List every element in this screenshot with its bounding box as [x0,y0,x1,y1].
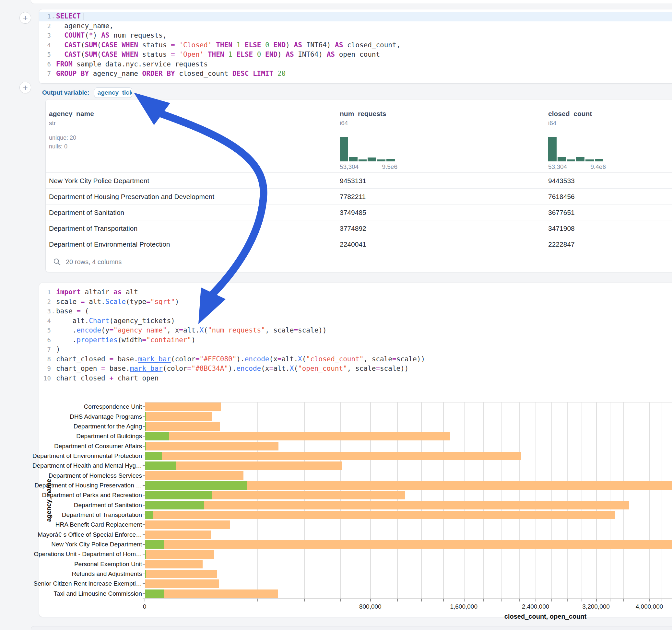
table-cell: 9453131 [340,173,366,189]
table-row-count: 20 rows, 4 columns [66,258,122,266]
code-line[interactable]: 4 alt.Chart(agency_tickets) [39,316,672,326]
code-line[interactable]: 6 .properties(width="container") [39,335,672,345]
fold-spacer [51,335,56,345]
fold-chevron-icon[interactable]: ⌄ [51,307,56,316]
table-cell: 3471908 [548,220,575,236]
code-text[interactable]: base = ( [56,307,672,316]
histogram-range-labels: 53,3049.5e6 [340,163,398,170]
code-text[interactable]: agency_name, [56,21,672,31]
histogram-bar [576,157,584,162]
code-line[interactable]: 7) [39,345,672,355]
fold-spacer [51,316,56,326]
table-cell: 3677651 [548,204,575,220]
line-number: 4 [39,41,51,50]
code-line[interactable]: 4 CAST(SUM(CASE WHEN status = 'Closed' T… [39,41,672,50]
column-histogram [340,137,395,162]
fold-spacer [51,21,56,31]
code-text[interactable]: chart_closed + chart_open [56,374,672,383]
code-line[interactable]: 10chart_closed + chart_open [39,374,672,383]
line-number: 5 [39,326,51,335]
code-text[interactable]: .encode(y="agency_name", x=alt.X("num_re… [56,326,672,335]
code-line[interactable]: 5 .encode(y="agency_name", x=alt.X("num_… [39,326,672,335]
line-number: 1 [39,12,51,21]
table-cell: New York City Police Department [49,173,149,189]
code-line[interactable]: 9chart_open = base.mark_bar(color="#8BC3… [39,364,672,374]
histogram-bar [340,137,348,162]
column-type: i64 [548,120,556,127]
line-number: 6 [39,335,51,345]
code-text[interactable]: COUNT(*) AS num_requests, [56,31,672,41]
column-type: i64 [340,120,348,127]
fold-chevron-icon[interactable]: ⌄ [51,12,56,21]
fold-spacer [51,374,56,383]
code-line[interactable]: 2scale = alt.Scale(type="sqrt") [39,297,672,307]
code-text[interactable]: scale = alt.Scale(type="sqrt") [56,297,672,307]
code-line[interactable]: 3 COUNT(*) AS num_requests, [39,31,672,41]
line-number: 1 [39,287,51,297]
histogram-bar [368,158,376,162]
code-text[interactable]: chart_closed = base.mark_bar(color="#FFC… [56,355,672,364]
sql-cell[interactable]: 1⌄SELECT2 agency_name,3 COUNT(*) AS num_… [39,9,672,83]
code-text[interactable]: GROUP BY agency_name ORDER BY closed_cou… [56,69,672,79]
code-line[interactable]: 6FROM sample_data.nyc.service_requests [39,59,672,69]
histogram-bar [567,160,575,162]
add-cell-button[interactable]: + [20,82,31,93]
code-line[interactable]: 1import altair as alt [39,287,672,297]
output-variable-chip[interactable]: agency_tickets [94,88,132,98]
line-number: 4 [39,316,51,326]
code-text[interactable]: CAST(SUM(CASE WHEN status = 'Closed' THE… [56,41,672,50]
output-variable-row: Output variable: agency_tickets [42,87,132,98]
table-cell: 3774892 [340,220,366,236]
code-text[interactable]: ) [56,345,672,355]
code-line[interactable]: 3⌄base = ( [39,307,672,316]
code-line[interactable]: 1⌄SELECT [39,12,672,21]
code-text[interactable]: import altair as alt [56,287,672,297]
line-number: 6 [39,59,51,69]
table-row: Department of Transportation377489234719… [46,220,672,236]
next-cell-edge [31,626,672,630]
add-cell-button[interactable]: + [20,12,31,24]
table-footer: 20 rows, 4 columns [46,252,672,272]
table-row: Department of Sanitation37494853677651 [46,204,672,220]
fold-spacer [51,345,56,355]
code-text[interactable]: .properties(width="container") [56,335,672,345]
fold-spacer [51,31,56,41]
histogram-bar [585,160,594,162]
code-text[interactable]: FROM sample_data.nyc.service_requests [56,59,672,69]
sql-code-editor[interactable]: 1⌄SELECT2 agency_name,3 COUNT(*) AS num_… [39,12,672,79]
code-text[interactable]: alt.Chart(agency_tickets) [56,316,672,326]
output-variable-value: agency_tickets [98,89,132,96]
histogram-bar [377,160,385,162]
code-line[interactable]: 2 agency_name, [39,21,672,31]
histogram-bar [595,159,603,162]
table-cell: 7618456 [548,189,575,204]
text-cursor [83,13,84,20]
fold-spacer [51,59,56,69]
column-header[interactable]: agency_name [49,110,94,118]
table-cell: 3749485 [340,204,366,220]
code-text[interactable]: chart_open = base.mark_bar(color="#8BC34… [56,364,672,374]
column-header[interactable]: num_requests [340,110,386,118]
line-number: 10 [39,374,51,383]
table-cell: 7782211 [340,189,366,204]
code-line[interactable]: 5 CAST(SUM(CASE WHEN status = 'Open' THE… [39,50,672,59]
histogram-range-labels: 53,3049.4e6 [548,163,606,170]
python-cell[interactable]: 1import altair as alt2scale = alt.Scale(… [39,283,672,617]
table-cell: 2240041 [340,236,366,252]
histogram-bar [557,157,566,162]
fold-spacer [51,41,56,50]
code-text[interactable]: CAST(SUM(CASE WHEN status = 'Open' THEN … [56,50,672,59]
code-line[interactable]: 7GROUP BY agency_name ORDER BY closed_co… [39,69,672,79]
column-header[interactable]: closed_count [548,110,592,118]
fold-spacer [51,50,56,59]
search-icon[interactable] [53,258,61,266]
fold-spacer [51,355,56,364]
python-code-editor[interactable]: 1import altair as alt2scale = alt.Scale(… [39,287,672,383]
code-text[interactable]: SELECT [56,12,672,21]
column-stat: unique: 20 [49,135,76,141]
fold-spacer [51,287,56,297]
notebook-page: + + 1⌄SELECT2 agency_name,3 COUNT(*) AS … [0,0,672,630]
column-histogram [548,137,603,162]
code-line[interactable]: 8chart_closed = base.mark_bar(color="#FF… [39,355,672,364]
table-row: New York City Police Department945313194… [46,172,672,189]
